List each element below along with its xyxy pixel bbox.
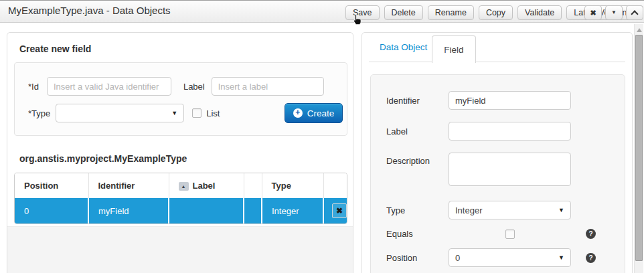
field-label-label: Label bbox=[371, 126, 449, 136]
data-objects-editor: MyExampleType.java - Data Objects Save D… bbox=[0, 0, 644, 273]
list-label: List bbox=[206, 108, 220, 118]
position-value: 0 bbox=[455, 253, 460, 263]
column-header-label-text: Label bbox=[193, 181, 216, 191]
identifier-label: Identifier bbox=[371, 96, 449, 106]
titlebar: MyExampleType.java - Data Objects Save D… bbox=[0, 0, 644, 23]
table-footer bbox=[7, 226, 353, 273]
create-button[interactable]: + Create bbox=[285, 103, 343, 123]
field-type-select[interactable]: Integer ▼ bbox=[449, 201, 571, 219]
panel-menu-button[interactable]: ▼ bbox=[605, 5, 623, 20]
caret-down-icon: ▼ bbox=[611, 10, 617, 15]
cell-identifier: myField bbox=[88, 198, 169, 223]
vertical-scrollbar bbox=[634, 24, 643, 273]
description-label: Description bbox=[371, 153, 449, 166]
equals-label: Equals bbox=[371, 229, 449, 239]
position-select[interactable]: 0 ▼ bbox=[449, 248, 571, 267]
description-field[interactable] bbox=[449, 153, 571, 186]
rename-button[interactable]: Rename bbox=[428, 5, 474, 20]
caret-down-icon: ▼ bbox=[558, 207, 564, 213]
collapse-panel-button[interactable] bbox=[626, 5, 643, 20]
field-type-label: Type bbox=[371, 205, 449, 215]
equals-checkbox[interactable] bbox=[505, 230, 515, 239]
column-header-spacer bbox=[244, 173, 262, 198]
field-type-value: Integer bbox=[455, 205, 482, 215]
column-header-position[interactable]: Position bbox=[15, 173, 88, 198]
tab-data-object[interactable]: Data Object bbox=[380, 42, 427, 52]
table-row[interactable]: 0 myField Integer ✖ bbox=[15, 198, 347, 223]
column-header-identifier[interactable]: Identifier bbox=[88, 173, 169, 198]
delete-button[interactable]: Delete bbox=[384, 5, 423, 20]
scrollbar-thumb[interactable] bbox=[635, 35, 643, 261]
table-header-row: Position Identifier ▲Label Type bbox=[15, 173, 347, 198]
list-checkbox[interactable] bbox=[192, 108, 202, 118]
page-title: MyExampleType.java - Data Objects bbox=[8, 5, 171, 16]
type-select[interactable]: ▼ bbox=[56, 104, 184, 122]
close-panel-button[interactable]: ✖ bbox=[584, 5, 602, 20]
create-field-heading: Create new field bbox=[19, 43, 353, 54]
position-label: Position bbox=[371, 253, 449, 263]
id-input[interactable] bbox=[47, 77, 171, 96]
equals-help-icon[interactable]: ? bbox=[586, 229, 596, 239]
column-header-label[interactable]: ▲Label bbox=[169, 173, 244, 198]
save-button[interactable]: Save bbox=[345, 5, 380, 20]
column-header-type[interactable]: Type bbox=[262, 173, 323, 198]
caret-down-icon: ▼ bbox=[558, 254, 564, 261]
plus-icon: + bbox=[293, 108, 303, 118]
field-label-field[interactable] bbox=[449, 122, 571, 141]
cell-spacer bbox=[244, 198, 262, 223]
field-properties-form: Identifier Label Description Type bbox=[370, 74, 625, 273]
cell-position: 0 bbox=[15, 198, 88, 223]
detail-panel: Data Object Field Identifier Label Descr… bbox=[361, 32, 633, 273]
close-icon: ✖ bbox=[590, 9, 596, 17]
position-help-icon[interactable]: ? bbox=[586, 253, 596, 263]
detail-tabs: Data Object Field bbox=[369, 33, 625, 62]
create-field-form: *Id Label *Type ▼ List + Create bbox=[14, 62, 347, 136]
column-header-actions bbox=[323, 173, 347, 198]
label-label: Label bbox=[183, 82, 205, 92]
copy-button[interactable]: Copy bbox=[479, 5, 513, 20]
delete-row-button[interactable]: ✖ bbox=[332, 203, 347, 218]
data-object-fqn-heading: org.anstis.myproject.MyExampleType bbox=[19, 153, 353, 164]
id-label: *Id bbox=[28, 82, 39, 92]
window-controls: ✖ ▼ bbox=[584, 5, 643, 20]
fields-table: Position Identifier ▲Label Type 0 myFiel… bbox=[14, 173, 347, 224]
type-label: *Type bbox=[28, 108, 50, 118]
tab-field[interactable]: Field bbox=[432, 35, 476, 63]
sort-ascending-icon: ▲ bbox=[179, 182, 189, 191]
validate-button[interactable]: Validate bbox=[517, 5, 562, 20]
cell-type: Integer bbox=[262, 198, 323, 223]
identifier-field[interactable] bbox=[449, 91, 571, 110]
scroll-up-arrow[interactable] bbox=[637, 28, 642, 32]
create-button-label: Create bbox=[307, 108, 335, 118]
caret-down-icon: ▼ bbox=[171, 110, 177, 116]
label-input[interactable] bbox=[212, 77, 324, 96]
fields-panel: Create new field *Id Label *Type ▼ List … bbox=[7, 32, 353, 273]
cell-label bbox=[169, 198, 244, 223]
chevron-up-icon bbox=[631, 10, 638, 17]
